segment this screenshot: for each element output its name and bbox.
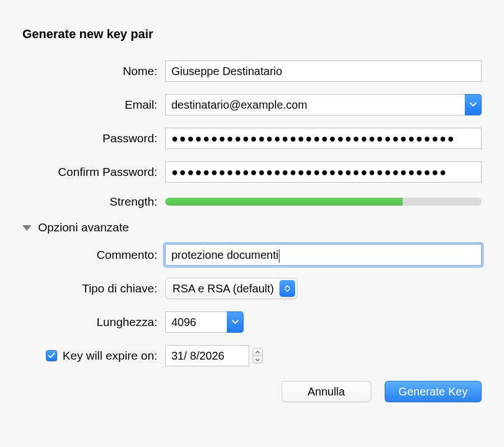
advanced-disclosure[interactable]: Opzioni avanzate: [22, 221, 482, 234]
stepper-down-icon[interactable]: [253, 356, 263, 364]
expire-checkbox[interactable]: [46, 350, 57, 361]
generate-key-button[interactable]: Generate Key: [385, 381, 482, 402]
advanced-header-label: Opzioni avanzate: [38, 221, 129, 234]
dialog-title: Generate new key pair: [22, 27, 482, 41]
keytype-value: RSA e RSA (default): [172, 282, 279, 295]
label-comment: Commento:: [22, 248, 165, 262]
row-name: Nome: Giuseppe Destinatario: [22, 60, 482, 82]
row-expire: Key will expire on: 31/ 8/2026: [22, 345, 482, 366]
label-strength: Strength:: [22, 195, 165, 208]
comment-input-text: protezione documenti: [171, 249, 278, 261]
label-password: Password:: [22, 132, 165, 145]
label-email: Email:: [22, 98, 165, 111]
confirm-password-input[interactable]: ●●●●●●●●●●●●●●●●●●●●●●●●●●●●●●●●●●●: [165, 161, 482, 183]
stepper-up-icon[interactable]: [253, 348, 263, 356]
label-keytype: Tipo di chiave:: [22, 282, 165, 295]
row-keytype: Tipo di chiave: RSA e RSA (default): [22, 278, 482, 299]
generate-key-dialog: Generate new key pair Nome: Giuseppe Des…: [0, 0, 504, 425]
row-comment: Commento: protezione documenti: [22, 244, 482, 266]
label-name: Nome:: [22, 64, 165, 78]
length-input[interactable]: 4096: [165, 311, 227, 333]
row-email: Email: destinatario@example.com: [22, 94, 482, 115]
button-row: Annulla Generate Key: [22, 381, 482, 402]
updown-icon: [279, 280, 295, 297]
email-input[interactable]: destinatario@example.com: [165, 94, 465, 115]
expire-date-stepper[interactable]: [253, 348, 263, 364]
disclosure-triangle-icon: [22, 225, 31, 231]
length-dropdown-button[interactable]: [227, 311, 244, 333]
label-length: Lunghezza:: [22, 315, 165, 329]
password-input[interactable]: ●●●●●●●●●●●●●●●●●●●●●●●●●●●●●●●●●●●●: [165, 128, 482, 149]
strength-meter-fill: [165, 198, 403, 206]
strength-meter: [165, 198, 482, 206]
expire-date-input[interactable]: 31/ 8/2026: [165, 345, 249, 366]
comment-input[interactable]: protezione documenti: [165, 244, 482, 266]
email-dropdown-button[interactable]: [465, 94, 482, 115]
row-password: Password: ●●●●●●●●●●●●●●●●●●●●●●●●●●●●●●…: [22, 128, 482, 149]
keytype-select[interactable]: RSA e RSA (default): [165, 278, 297, 299]
text-caret: [279, 249, 279, 263]
label-expire: Key will expire on:: [63, 349, 157, 362]
row-strength: Strength:: [22, 195, 482, 208]
row-length: Lunghezza: 4096: [22, 311, 482, 333]
label-confirm-password: Confirm Password:: [22, 165, 165, 179]
row-confirm-password: Confirm Password: ●●●●●●●●●●●●●●●●●●●●●●…: [22, 161, 482, 183]
cancel-button[interactable]: Annulla: [282, 381, 371, 402]
name-input[interactable]: Giuseppe Destinatario: [165, 60, 482, 82]
